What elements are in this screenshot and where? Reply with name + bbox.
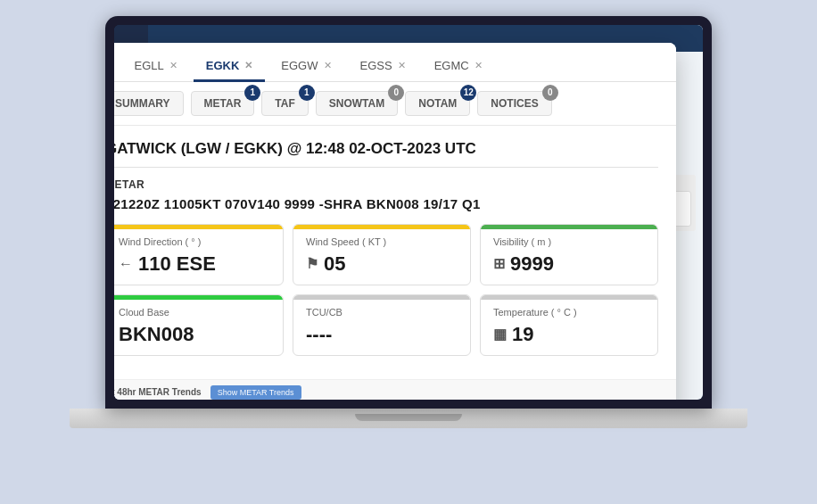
subtab-snowtam-badge: 0 [388,85,404,101]
tab-egkk-close[interactable]: ✕ [244,60,252,71]
metrics-grid: Wind Direction ( ° ) ← 110 ESE Wind Spee… [114,224,658,356]
subtab-summary-label: SUMMARY [115,97,170,110]
subtab-notices[interactable]: NOTICES 0 [477,91,551,116]
temperature-label: Temperature ( ° C ) [493,307,645,318]
temperature-value: ▦ 19 [493,323,645,346]
subtab-snowtam[interactable]: SNOWTAM 0 [316,91,398,116]
tab-egss-close[interactable]: ✕ [398,60,406,71]
laptop-screen-inner: ☰ 📊 ⊞ Cloud Base OVC007 TCU/CB ---- [114,25,703,400]
tab-egss[interactable]: EGSS ✕ [348,52,418,81]
subtab-metar[interactable]: METAR 1 [191,91,255,116]
cloud-base-header [114,295,283,300]
subtab-metar-badge: 1 [244,85,260,101]
subtab-taf-label: TAF [275,97,294,110]
subtab-taf-badge: 1 [299,85,315,101]
tab-eggw[interactable]: EGGW ✕ [268,52,343,81]
subtab-notam-badge: 12 [460,85,476,101]
tab-egkk-label: EGKK [206,59,240,72]
metar-section-label: METAR [114,178,658,191]
tab-egmc[interactable]: EGMC ✕ [422,52,495,81]
tab-egmc-label: EGMC [434,59,469,72]
tcucb-header [293,295,470,300]
metric-tcucb: TCU/CB ---- [293,294,471,356]
visibility-label: Visibility ( m ) [493,236,645,247]
subtab-summary[interactable]: SUMMARY [114,91,184,116]
trend-title: Last 48hr METAR Trends [114,387,202,397]
visibility-icon: ⊞ [493,255,505,272]
station-title: GATWICK (LGW / EGKK) @ 12:48 02-OCT-2023… [114,140,658,168]
tab-egll[interactable]: EGLL ✕ [122,52,190,81]
tab-egkk[interactable]: EGKK ✕ [194,52,266,82]
tcucb-label: TCU/CB [306,307,458,318]
sub-tabs: SUMMARY METAR 1 TAF 1 SNOWTAM 0 [114,82,676,126]
laptop-notch [355,414,462,421]
visibility-number: 9999 [510,252,554,276]
metric-wind-direction: Wind Direction ( ° ) ← 110 ESE [114,224,284,285]
tab-egmc-close[interactable]: ✕ [475,60,483,71]
laptop-wrapper: ☰ 📊 ⊞ Cloud Base OVC007 TCU/CB ---- [43,16,774,489]
laptop-screen: ☰ 📊 ⊞ Cloud Base OVC007 TCU/CB ---- [105,16,712,409]
tab-egll-close[interactable]: ✕ [169,60,177,71]
content-area: GATWICK (LGW / EGKK) @ 12:48 02-OCT-2023… [114,126,676,379]
metric-visibility: Visibility ( m ) ⊞ 9999 [480,224,658,285]
cloud-base-number: BKN008 [119,323,194,346]
temperature-header [481,295,657,300]
metric-temperature: Temperature ( ° C ) ▦ 19 [480,294,658,356]
trend-area: Last 48hr METAR Trends Show METAR Trends… [114,379,676,400]
wind-speed-header [293,225,470,229]
cloud-base-label: Cloud Base [119,307,270,318]
temperature-icon: ▦ [493,326,507,343]
metar-raw: 021220Z 11005KT 070V140 9999 -SHRA BKN00… [114,196,658,211]
main-card: + EGLL ✕ EGKK ✕ EGGW ✕ EGSS [114,43,676,400]
subtab-notices-badge: 0 [542,85,558,101]
subtab-notices-label: NOTICES [491,97,538,110]
wind-direction-label: Wind Direction ( ° ) [119,236,270,247]
subtab-taf[interactable]: TAF 1 [261,91,308,116]
wind-speed-icon: ⚑ [306,255,318,272]
subtab-snowtam-label: SNOWTAM [329,97,384,110]
subtab-notam-label: NOTAM [418,97,457,110]
visibility-header [481,225,657,229]
tcucb-value: ---- [306,323,458,346]
show-metar-trends-button[interactable]: Show METAR Trends [210,385,301,400]
trend-header: Last 48hr METAR Trends Show METAR Trends [114,385,667,400]
tab-egss-label: EGSS [360,59,392,72]
wind-speed-label: Wind Speed ( KT ) [306,236,458,247]
metric-cloud-base: Cloud Base BKN008 [114,294,284,356]
cloud-base-value: BKN008 [119,323,270,346]
metric-wind-speed: Wind Speed ( KT ) ⚑ 05 [293,224,471,285]
subtab-notam[interactable]: NOTAM 12 [405,91,470,116]
tcucb-number: ---- [306,323,332,346]
tab-egll-label: EGLL [135,59,164,72]
laptop-base [70,409,747,428]
wind-speed-value: ⚑ 05 [306,252,458,276]
wind-direction-value: ← 110 ESE [119,252,270,276]
wind-direction-icon: ← [119,256,133,272]
visibility-value: ⊞ 9999 [493,252,645,276]
wind-direction-number: 110 ESE [138,252,216,276]
subtab-metar-label: METAR [204,97,242,110]
wind-direction-header [114,225,283,229]
tab-eggw-label: EGGW [281,59,318,72]
wind-speed-number: 05 [324,252,345,276]
tabs-bar: + EGLL ✕ EGKK ✕ EGGW ✕ EGSS [114,43,676,82]
tab-eggw-close[interactable]: ✕ [324,60,332,71]
temperature-number: 19 [512,323,533,346]
